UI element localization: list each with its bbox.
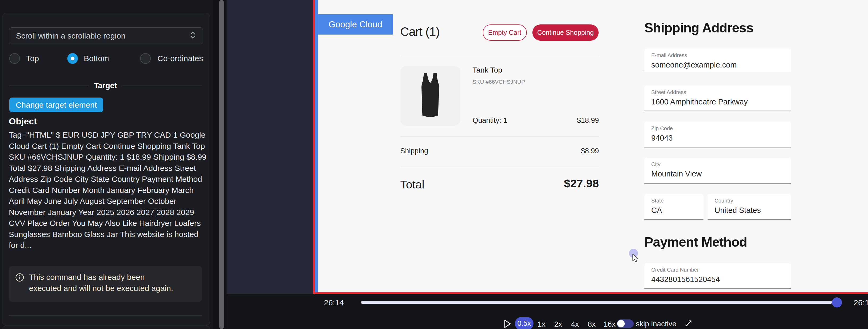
radio-bottom-label: Bottom xyxy=(84,54,109,63)
skip-inactive-label: skip inactive xyxy=(636,320,677,328)
radio-coordinates[interactable] xyxy=(140,53,151,64)
radio-top-label: Top xyxy=(26,54,39,63)
radio-top[interactable] xyxy=(9,53,20,64)
next-command-card xyxy=(2,326,210,329)
radio-dot xyxy=(71,57,74,60)
action-select[interactable]: Scroll within a scrollable region xyxy=(9,27,203,44)
notice-banner: This command has already been executed a… xyxy=(9,266,202,302)
country-field[interactable]: Country United States xyxy=(708,194,791,220)
city-field-label: City xyxy=(651,161,784,167)
shipping-row-label: Shipping xyxy=(400,147,428,155)
notice-text: This command has already been executed a… xyxy=(29,272,178,294)
fullscreen-icon xyxy=(684,320,692,327)
change-target-button[interactable]: Change target element xyxy=(9,98,103,112)
replayed-webpage: Google Cloud Cart (1) Empty Cart Continu… xyxy=(318,0,868,292)
product-name: Tank Top xyxy=(472,66,502,74)
info-icon xyxy=(15,273,24,282)
speed-0-5x-label: 0.5x xyxy=(517,320,531,328)
email-field-label: E-mail Address xyxy=(651,52,784,59)
product-price: $18.99 xyxy=(577,117,599,125)
app-window: Scroll within a scrollable region Top Bo… xyxy=(0,0,868,329)
speed-2x-button[interactable]: 2x xyxy=(554,320,562,328)
zip-field-value: 94043 xyxy=(651,134,784,142)
shipping-row-price: $8.99 xyxy=(581,147,599,155)
seek-bar[interactable] xyxy=(361,301,832,304)
select-chevrons-icon xyxy=(190,31,196,41)
cart-divider xyxy=(400,167,599,167)
city-field[interactable]: City Mountain View xyxy=(644,158,791,184)
cart-divider xyxy=(400,56,599,56)
player-bar xyxy=(226,294,868,329)
product-quantity: Quantity: 1 xyxy=(472,117,507,125)
empty-cart-button-label: Empty Cart xyxy=(488,29,521,36)
product-image xyxy=(400,66,460,126)
zip-field-label: Zip Code xyxy=(651,125,784,132)
panel-scrollbar[interactable] xyxy=(219,0,224,329)
street-field[interactable]: Street Address 1600 Amphitheatre Parkway xyxy=(644,86,791,111)
state-field[interactable]: State CA xyxy=(644,194,703,220)
product-sku: SKU #66VCHSJNUP xyxy=(472,79,525,85)
country-field-label: Country xyxy=(715,198,784,204)
brand-badge[interactable]: Google Cloud xyxy=(318,14,393,35)
state-field-label: State xyxy=(651,198,696,204)
speed-16x-button[interactable]: 16x xyxy=(603,320,615,328)
current-time: 26:14 xyxy=(324,298,344,307)
target-section-divider: Target xyxy=(9,81,202,90)
seek-handle[interactable] xyxy=(832,297,842,307)
continue-shopping-button[interactable]: Continue Shopping xyxy=(532,25,599,41)
cart-title: Cart (1) xyxy=(400,25,440,39)
street-field-label: Street Address xyxy=(651,89,784,95)
action-select-value: Scroll within a scrollable region xyxy=(16,31,126,40)
speed-1x-button[interactable]: 1x xyxy=(537,320,546,328)
element-highlight-border xyxy=(315,0,318,292)
speed-4x-button[interactable]: 4x xyxy=(571,320,579,328)
total-price: $27.98 xyxy=(564,177,599,190)
mouse-cursor-icon xyxy=(632,254,639,264)
continue-shopping-button-label: Continue Shopping xyxy=(537,29,594,36)
empty-cart-button[interactable]: Empty Cart xyxy=(483,25,527,41)
street-field-value: 1600 Amphitheatre Parkway xyxy=(651,98,784,106)
city-field-value: Mountain View xyxy=(651,169,784,178)
panel-divider xyxy=(9,316,202,316)
command-sidebar: Scroll within a scrollable region Top Bo… xyxy=(0,0,213,329)
skip-inactive-toggle-knob[interactable] xyxy=(617,320,625,327)
speed-8x-button[interactable]: 8x xyxy=(588,320,596,328)
state-field-value: CA xyxy=(651,206,696,215)
change-target-button-label: Change target element xyxy=(16,100,97,109)
cart-divider xyxy=(400,136,599,137)
play-button[interactable] xyxy=(503,319,512,329)
tank-top-image xyxy=(416,72,444,120)
speed-0-5x-button[interactable]: 0.5x xyxy=(515,317,533,329)
shipping-address-heading: Shipping Address xyxy=(644,20,753,36)
object-description: Tag="HTML" $ EUR USD JPY GBP TRY CAD 1 G… xyxy=(9,129,208,251)
radio-bottom[interactable] xyxy=(67,53,78,64)
end-time: 26:19 xyxy=(854,298,868,307)
brand-badge-label: Google Cloud xyxy=(329,20,382,30)
object-heading: Object xyxy=(9,116,37,127)
email-field-value: someone@example.com xyxy=(651,61,784,69)
credit-card-field[interactable]: Credit Card Number 4432801561520454 xyxy=(644,263,791,289)
radio-coordinates-label: Co-ordinates xyxy=(157,54,203,63)
zip-field[interactable]: Zip Code 94043 xyxy=(644,122,791,147)
credit-card-field-value: 4432801561520454 xyxy=(651,275,784,284)
fullscreen-button[interactable] xyxy=(684,320,692,328)
total-label: Total xyxy=(400,178,425,191)
divider-line xyxy=(122,86,202,86)
target-section-label: Target xyxy=(94,81,117,90)
play-icon xyxy=(503,319,512,329)
email-field[interactable]: E-mail Address someone@example.com xyxy=(644,48,791,71)
payment-method-heading: Payment Method xyxy=(644,234,747,250)
credit-card-field-label: Credit Card Number xyxy=(651,267,784,273)
divider-line xyxy=(9,86,89,86)
country-field-value: United States xyxy=(715,206,784,215)
